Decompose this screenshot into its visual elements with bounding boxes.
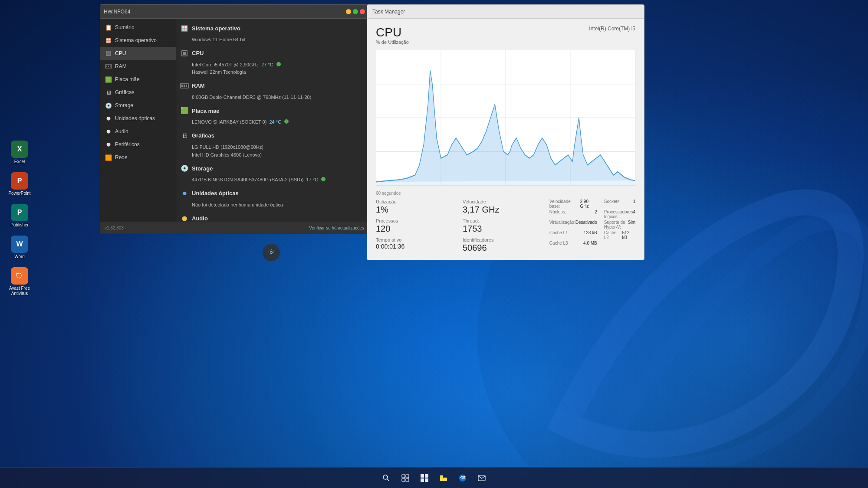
cache-l2-key: Cache L2 xyxy=(604,230,622,240)
placa-mae-icon: 🟩 xyxy=(105,75,112,83)
proc-log-val: 4 xyxy=(633,210,635,219)
svg-rect-6 xyxy=(110,66,111,67)
sumario-icon: 📋 xyxy=(105,23,112,31)
section-unidades-header: ⬤ Unidades ópticas xyxy=(180,187,365,200)
ram-section-icon xyxy=(180,81,189,91)
unidades-section-body: Não foi detectada nenhuma unidade óptica xyxy=(192,201,365,209)
cpu-time-label: 60 segundos xyxy=(376,191,635,196)
identificadores-group: Identificadores 50696 xyxy=(463,237,546,253)
unidades-icon: ⚪ xyxy=(105,115,112,122)
hyperv-row: Suporte de Hyper-V: Sim xyxy=(604,220,635,229)
proc-log-row: Processadores lógicos: 4 xyxy=(604,210,635,219)
sidebar-item-unidades[interactable]: ⚪ Unidades ópticas xyxy=(100,112,176,125)
sidebar-item-sumario[interactable]: 📋 Sumário xyxy=(100,21,176,34)
taskbar-center xyxy=(378,469,490,487)
svg-rect-32 xyxy=(440,478,447,481)
cpu-monitor-window: Task Manager CPU % de Utilização Intel(R… xyxy=(367,4,644,260)
check-updates-link[interactable]: Verificar se há actualizações xyxy=(309,226,364,230)
taskbar-explorer-icon[interactable] xyxy=(435,469,452,487)
cpu-section-title: CPU xyxy=(192,50,204,56)
desktop-icon-avast[interactable]: 🛡 Avast Free Antivirus xyxy=(2,265,37,298)
velocidade-value: 3,17 GHz xyxy=(463,205,546,215)
taskbar xyxy=(0,467,868,488)
svg-rect-10 xyxy=(181,85,183,87)
sidebar-item-perifericos[interactable]: ⚪ Periféricos xyxy=(100,138,176,151)
cpu-col3: Velocidade base: 2,90 GHz Sockets: 1 Núc… xyxy=(549,199,635,253)
maximize-button[interactable] xyxy=(353,9,358,14)
taskbar-mail-icon[interactable] xyxy=(473,469,490,487)
publisher-label: Publisher xyxy=(10,223,29,228)
cache-l3-key: Cache L3 xyxy=(549,241,568,246)
cpu-left-header: CPU % de Utilização xyxy=(376,26,409,46)
sidebar-item-ram[interactable]: RAM xyxy=(100,60,176,73)
placa-section-title: Placa mãe xyxy=(192,108,220,114)
cache-l2-row: Cache L2 512 kB xyxy=(604,230,635,240)
threads-label: Thread: xyxy=(463,218,546,223)
hwinfo-content: 📋 Sumário 🪟 Sistema operativo CPU RAM xyxy=(100,19,368,222)
vel-base-val: 2,90 GHz xyxy=(580,199,597,209)
minimize-button[interactable] xyxy=(346,9,351,14)
audio-section-icon: ⬤ xyxy=(180,213,189,222)
sidebar-item-cpu[interactable]: CPU xyxy=(100,47,176,60)
sidebar-item-storage[interactable]: 💿 Storage xyxy=(100,99,176,112)
desktop-icon-excel[interactable]: X Excel xyxy=(2,139,37,166)
vel-base-row: Velocidade base: 2,90 GHz xyxy=(549,199,597,209)
storage-temp: 17 °C xyxy=(306,177,319,182)
processos-value: 120 xyxy=(376,224,459,234)
svg-rect-23 xyxy=(402,475,405,478)
taskbar-edge-icon[interactable] xyxy=(454,469,471,487)
cache-l3-row: Cache L3 4,0 MB xyxy=(549,241,597,246)
avast-icon: 🛡 xyxy=(11,267,28,285)
tempo-ativo-value: 0:00:01:36 xyxy=(376,243,459,250)
sidebar-item-sistema[interactable]: 🪟 Sistema operativo xyxy=(100,34,176,47)
cpu-graph-area xyxy=(376,50,635,186)
utilizacao-value: 1% xyxy=(376,205,459,215)
sidebar-item-rede[interactable]: 🟧 Rede xyxy=(100,151,176,164)
sidebar-item-audio[interactable]: ⚪ Audio xyxy=(100,125,176,138)
svg-rect-31 xyxy=(440,475,443,478)
sockets-row: Sockets: 1 xyxy=(604,199,635,209)
cpu-details-grid: Velocidade base: 2,90 GHz Sockets: 1 Núc… xyxy=(549,199,635,246)
cpu-arch-line: Haswell 22nm Tecnologia xyxy=(192,69,365,76)
powerpoint-icon: P xyxy=(11,172,28,190)
desktop-icon-word[interactable]: W Word xyxy=(2,234,37,261)
unidades-label: Unidades ópticas xyxy=(115,115,155,121)
cpu-content: CPU % de Utilização Intel(R) Core(TM) i5 xyxy=(367,19,644,260)
ram-section-body: 8,00GB Duplo-Channel DDR3 @ 798MHz (11-1… xyxy=(192,94,365,102)
threads-group: Thread: 1753 xyxy=(463,218,546,234)
taskbar-start-button[interactable] xyxy=(416,469,433,487)
word-label: Word xyxy=(14,254,25,259)
sockets-val: 1 xyxy=(633,199,635,209)
sistema-section-title: Sistema operativo xyxy=(192,25,240,32)
placa-section-icon: 🟩 xyxy=(180,106,189,115)
storage-icon: 💿 xyxy=(105,102,112,109)
sistema-section-body: Windows 11 Home 64-bit xyxy=(192,36,365,44)
excel-icon: X xyxy=(11,141,28,158)
processos-label: Processos xyxy=(376,218,459,223)
taskbar-taskview-icon[interactable] xyxy=(397,469,414,487)
placa-mae-label: Placa mãe xyxy=(115,76,140,82)
cache-l2-val: 512 kB xyxy=(622,230,635,240)
sidebar-item-graficas[interactable]: 🖥 Gráficas xyxy=(100,86,176,99)
processos-group: Processos 120 xyxy=(376,218,459,234)
cpu-col1: Utilização 1% Processos 120 Tempo ativo … xyxy=(376,199,459,253)
close-button[interactable] xyxy=(360,9,365,14)
placa-temp: 24 °C xyxy=(270,119,282,124)
svg-rect-34 xyxy=(478,475,485,481)
desktop-icon-publisher[interactable]: P Publisher xyxy=(2,202,37,229)
hwinfo-main-content: 🪟 Sistema operativo Windows 11 Home 64-b… xyxy=(176,19,368,222)
settings-gear-button[interactable] xyxy=(263,244,280,261)
utilizacao-group: Utilização 1% xyxy=(376,199,459,215)
perifericos-icon: ⚪ xyxy=(105,141,112,148)
desktop-icon-powerpoint[interactable]: P PowerPoint xyxy=(2,170,37,198)
sidebar-item-placa-mae[interactable]: 🟩 Placa mãe xyxy=(100,73,176,86)
storage-section-body: 447GB KINGSTON SA400S37480G (SATA-2 (SSD… xyxy=(192,176,365,184)
cpu-titlebar: Task Manager xyxy=(367,5,644,19)
rede-label: Rede xyxy=(115,154,128,160)
placa-status-dot xyxy=(284,119,289,124)
nucleos-val: 2 xyxy=(595,210,597,219)
sumario-label: Sumário xyxy=(115,24,135,30)
cpu-model-label: Intel(R) Core(TM) i5 xyxy=(589,26,635,32)
taskbar-search-icon[interactable] xyxy=(378,469,395,487)
cache-l1-key: Cache L1 xyxy=(549,230,568,240)
